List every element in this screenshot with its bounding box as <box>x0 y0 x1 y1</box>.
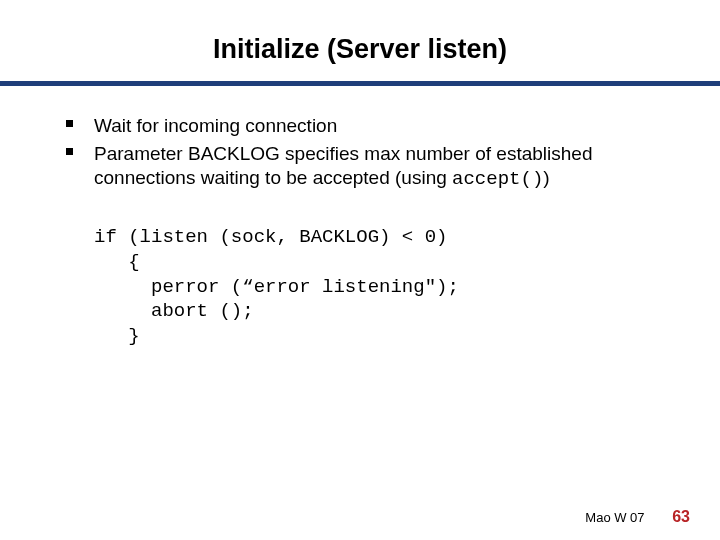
slide-title: Initialize (Server listen) <box>0 0 720 81</box>
page-number: 63 <box>672 508 690 525</box>
bullet-list: Wait for incoming connection Parameter B… <box>66 114 650 191</box>
square-bullet-icon <box>66 120 73 127</box>
code-line: } <box>94 325 140 347</box>
footer-attribution: Mao W 07 <box>585 510 644 525</box>
code-line: { <box>94 251 140 273</box>
slide-footer: Mao W 07 63 <box>585 508 690 526</box>
square-bullet-icon <box>66 148 73 155</box>
bullet-text-suffix: ) <box>543 167 549 188</box>
inline-code: accept() <box>452 168 543 190</box>
slide-content: Wait for incoming connection Parameter B… <box>0 86 720 349</box>
bullet-item: Wait for incoming connection <box>66 114 650 138</box>
code-line: if (listen (sock, BACKLOG) < 0) <box>94 226 447 248</box>
code-line: abort (); <box>94 300 254 322</box>
slide: Initialize (Server listen) Wait for inco… <box>0 0 720 540</box>
code-block: if (listen (sock, BACKLOG) < 0) { perror… <box>94 225 650 348</box>
bullet-text: Wait for incoming connection <box>94 115 337 136</box>
bullet-item: Parameter BACKLOG specifies max number o… <box>66 142 650 192</box>
code-line: perror (“error listening"); <box>94 276 459 298</box>
